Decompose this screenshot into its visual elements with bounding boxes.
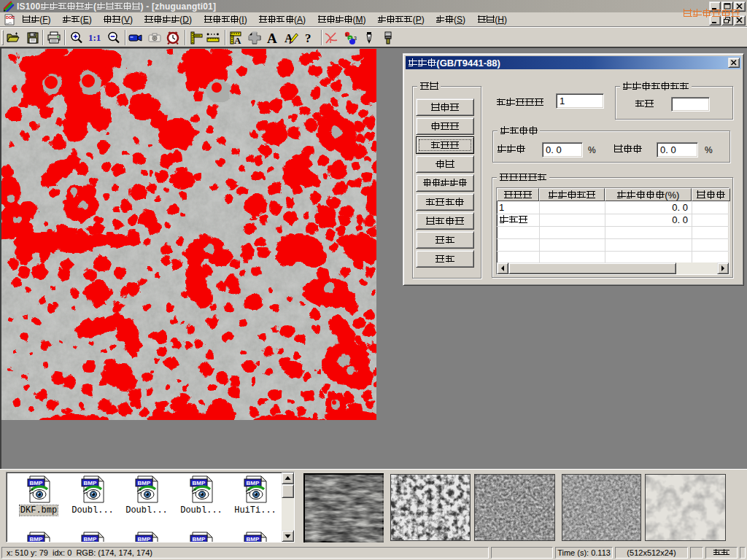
svg-text:BMP: BMP (84, 536, 97, 542)
svg-text:BMP: BMP (247, 536, 260, 542)
svg-text:BMP: BMP (30, 480, 43, 486)
svg-text:A: A (267, 31, 277, 45)
svg-text:BMP: BMP (138, 480, 151, 486)
svg-text:DOC: DOC (6, 15, 15, 20)
svg-text:BMP: BMP (193, 480, 206, 486)
svg-text:A: A (285, 32, 293, 44)
svg-text:BMP: BMP (84, 480, 97, 486)
svg-text:?: ? (305, 31, 311, 45)
svg-text:3: 3 (354, 36, 357, 41)
svg-text:BMP: BMP (193, 536, 206, 542)
svg-text:BMP: BMP (247, 480, 260, 486)
svg-text:BMP: BMP (138, 536, 151, 542)
svg-text:1:1: 1:1 (88, 32, 101, 43)
svg-text:BMP: BMP (30, 536, 43, 542)
svg-text:A: A (234, 35, 241, 45)
